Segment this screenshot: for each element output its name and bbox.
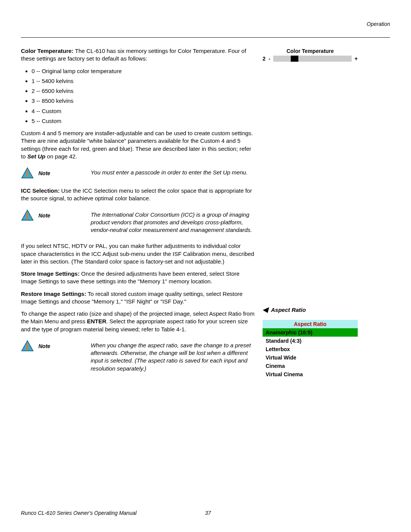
store-heading: Store Image Settings: — [21, 270, 80, 277]
ct-minus: - — [269, 56, 271, 62]
note-label: Note — [38, 343, 50, 349]
ar-menu-item: Virtual Wide — [263, 353, 358, 362]
ar-menu-item: Virtual Cinema — [263, 370, 358, 379]
ar-menu-item: Standard (4:3) — [263, 337, 358, 345]
restore-para: Restore Image Settings: To recall stored… — [21, 290, 255, 306]
ct-widget-title: Color Temperature — [263, 48, 358, 54]
note-label: Note — [38, 212, 50, 219]
enter-key-ref: ENTER — [87, 318, 106, 324]
setup-ref: Set Up — [27, 153, 46, 160]
warning-triangle-icon — [21, 340, 34, 351]
svg-point-2 — [27, 175, 29, 177]
text-run: on page 42. — [45, 153, 77, 160]
svg-rect-4 — [27, 213, 29, 217]
page-footer: Runco CL-610 Series Owner's Operating Ma… — [21, 510, 390, 516]
note-block: Note When you change the aspect ratio, s… — [21, 340, 255, 372]
left-arrow-icon: ◀ — [263, 306, 268, 313]
ct-value: 2 — [263, 56, 266, 62]
ar-menu-item-selected: Anamorphic (16:9) — [263, 328, 358, 337]
note-icon-wrap — [21, 340, 34, 351]
svg-rect-1 — [27, 171, 29, 175]
svg-rect-7 — [27, 344, 29, 348]
color-temp-heading: Color Temperature: — [21, 48, 73, 54]
color-temperature-widget: Color Temperature 2 - + — [263, 48, 358, 62]
note-text: The International Color Consortium (ICC)… — [56, 209, 255, 234]
warning-triangle-icon — [21, 209, 34, 221]
list-item: 1 -- 5400 kelvins — [32, 77, 255, 85]
color-temp-intro: Color Temperature: The CL-610 has six me… — [21, 47, 255, 63]
main-content-column: Color Temperature: The CL-610 has six me… — [21, 47, 255, 381]
ct-plus: + — [355, 56, 358, 62]
color-temp-list: 0 -- Original lamp color temperature 1 -… — [21, 67, 255, 125]
sidebar-column: Color Temperature 2 - + ◀ Aspect Ratio A… — [263, 47, 358, 381]
aspect-ratio-heading-text: Aspect Ratio — [271, 307, 306, 313]
ar-menu-item: Letterbox — [263, 345, 358, 353]
list-item: 4 -- Custom — [32, 107, 255, 115]
aspect-ratio-section-heading: ◀ Aspect Ratio — [263, 306, 358, 313]
note-icon-wrap — [21, 209, 34, 221]
footer-manual-title: Runco CL-610 Series Owner's Operating Ma… — [21, 510, 137, 516]
header-section-label: Operation — [367, 21, 390, 27]
ct-slider-indicator — [291, 56, 298, 62]
svg-point-8 — [27, 348, 29, 350]
page-number: 37 — [205, 510, 211, 516]
restore-heading: Restore Image Settings: — [21, 291, 86, 297]
icc-para1: ICC Selection: Use the ICC Selection men… — [21, 187, 255, 203]
note-icon-wrap — [21, 167, 34, 179]
list-item: 5 -- Custom — [32, 117, 255, 125]
note-block: Note The International Color Consortium … — [21, 209, 255, 234]
list-item: 3 -- 8500 kelvins — [32, 97, 255, 105]
icc-heading: ICC Selection: — [21, 187, 60, 194]
icc-para2: If you select NTSC, HDTV or PAL, you can… — [21, 242, 255, 265]
list-item: 2 -- 6500 kelvins — [32, 87, 255, 95]
note-text: When you change the aspect ratio, save t… — [56, 340, 255, 372]
top-rule — [21, 37, 390, 38]
aspect-ratio-menu: Aspect Ratio Anamorphic (16:9) Standard … — [263, 320, 358, 379]
ar-menu-title: Aspect Ratio — [263, 320, 358, 328]
note-label: Note — [38, 170, 50, 176]
store-para: Store Image Settings: Once the desired a… — [21, 270, 255, 286]
note-text: You must enter a passcode in order to en… — [56, 167, 255, 176]
warning-triangle-icon — [21, 167, 34, 179]
ct-slider-bar — [273, 56, 351, 62]
list-item: 0 -- Original lamp color temperature — [32, 67, 255, 75]
aspect-para: To change the aspect ratio (size and sha… — [21, 310, 255, 333]
note-block: Note You must enter a passcode in order … — [21, 167, 255, 179]
color-temp-custom-para: Custom 4 and 5 memory are installer-adju… — [21, 129, 255, 160]
ar-menu-item: Cinema — [263, 362, 358, 370]
svg-point-5 — [27, 217, 29, 219]
